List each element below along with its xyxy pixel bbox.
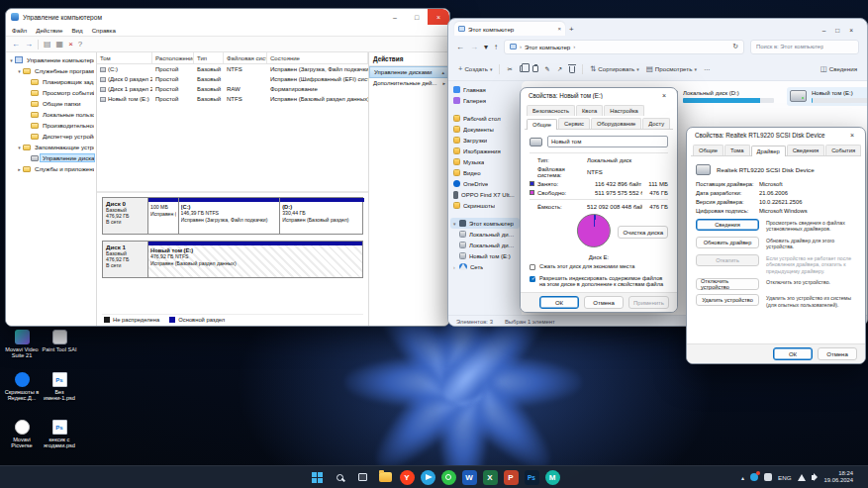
tab-general[interactable]: Общие — [693, 145, 723, 155]
menu-view[interactable]: Вид — [71, 27, 82, 34]
tree-item-shared-folders[interactable]: Общие папки — [6, 98, 96, 109]
rename-button[interactable]: ✎ — [545, 65, 550, 72]
ok-button[interactable]: ОК — [539, 296, 579, 309]
disk-1-header[interactable]: Диск 1 Базовый 476,92 ГБ В сети — [103, 242, 148, 277]
partition-d[interactable]: (D:) 330,44 ГБ Исправен (Базовый раздел) — [280, 198, 364, 234]
update-driver-button[interactable]: Обновить драйвер — [696, 237, 759, 248]
taskbar-powerpoint-button[interactable]: P — [504, 470, 519, 485]
desktop-icon-paint-tool-sai[interactable]: Paint Tool SAI — [42, 330, 77, 352]
breadcrumb-item[interactable]: Этот компьютер — [525, 44, 570, 50]
sidebar-item-downloads[interactable]: Загрузки — [450, 135, 520, 146]
cancel-button[interactable]: Отмена — [584, 296, 624, 309]
action-disk-management[interactable]: Управление дисками ▴ — [369, 66, 449, 78]
tree-item-system-tools[interactable]: ▾ Служебные программы — [6, 65, 96, 76]
desktop-icon-movavi-video-suite[interactable]: Movavi Video Suite 21 — [4, 330, 40, 359]
collapse-icon[interactable]: ▾ — [16, 145, 23, 150]
forward-icon[interactable]: → — [25, 41, 33, 49]
desktop-icon-yandex-screenshots[interactable]: Скриншоты в Яндекс.Д... — [4, 372, 40, 402]
collapse-icon[interactable]: ▴ — [441, 69, 444, 75]
close-button[interactable]: × — [842, 129, 862, 142]
tree-item-local-users[interactable]: Локальные пользователи и группы — [6, 109, 96, 120]
tab-general[interactable]: Общие — [527, 119, 557, 130]
close-button[interactable]: × — [428, 9, 449, 25]
volume-row[interactable]: (Диск 0 раздел 2) Простой Базовый Исправ… — [97, 74, 368, 84]
close-button[interactable]: × — [654, 89, 674, 102]
sidebar-item-home[interactable]: Главная — [450, 84, 520, 95]
search-input[interactable]: Поиск в: Этот компьютер — [750, 40, 859, 54]
tab-tools[interactable]: Сервис — [558, 118, 590, 129]
back-icon[interactable]: ← — [12, 41, 20, 49]
taskbar-word-button[interactable]: W — [462, 470, 477, 485]
cancel-button[interactable]: Отмена — [818, 347, 857, 360]
back-icon[interactable]: ← — [456, 43, 464, 51]
collapse-icon[interactable]: ▾ — [16, 68, 23, 74]
volume-row[interactable]: (C:) Простой Базовый NTFS Исправен (Загр… — [97, 64, 368, 74]
volume-icon[interactable] — [812, 475, 815, 480]
tree-item-services[interactable]: ▸ Службы и приложения — [6, 163, 96, 174]
minimize-button[interactable]: – — [822, 27, 826, 34]
title-bar[interactable]: Свойства: Новый том (E:) × — [521, 88, 677, 103]
column-type[interactable]: Тип — [194, 52, 224, 63]
disk-0-header[interactable]: Диск 0 Базовый 476,92 ГБ В сети — [103, 198, 148, 234]
tree-item-performance[interactable]: Производительность — [6, 120, 96, 131]
taskbar-explorer-button[interactable] — [377, 469, 394, 486]
delete-button[interactable] — [569, 64, 575, 73]
delete-icon[interactable]: × — [68, 41, 73, 49]
task-view-button[interactable] — [354, 469, 371, 486]
ok-button[interactable]: ОК — [773, 347, 813, 360]
disk-cleanup-button[interactable]: Очистка диска — [618, 226, 668, 239]
volume-label-input[interactable]: Новый том — [547, 136, 668, 147]
show-tree-icon[interactable]: ▤ — [44, 41, 51, 49]
tree-item-event-viewer[interactable]: Просмотр событий — [6, 87, 96, 98]
index-checkbox-row[interactable]: Разрешить индексировать содержимое файло… — [521, 272, 677, 291]
taskbar-search-button[interactable] — [332, 469, 348, 486]
maximize-button[interactable]: □ — [835, 27, 839, 34]
taskbar-whatsapp-button[interactable] — [441, 470, 456, 485]
chevron-right-icon[interactable]: › — [573, 44, 575, 49]
recent-locations-icon[interactable]: ▾ — [484, 43, 488, 51]
forward-icon[interactable]: → — [470, 43, 478, 51]
tab-sharing[interactable]: Досту — [642, 118, 670, 129]
roll-back-driver-button[interactable]: Откатить — [696, 254, 759, 266]
breadcrumb[interactable]: › Этот компьютер › ↻ — [504, 40, 744, 54]
taskbar-movavi-button[interactable]: M — [545, 470, 560, 485]
refresh-icon[interactable]: ↻ — [732, 43, 738, 50]
telegram-tray-icon[interactable] — [750, 473, 758, 481]
sidebar-item-videos[interactable]: Видео — [450, 167, 520, 178]
taskbar-excel-button[interactable]: X — [483, 470, 498, 485]
maximize-button[interactable]: □ — [406, 9, 428, 25]
tab-events[interactable]: События — [825, 145, 861, 155]
menu-file[interactable]: Файл — [12, 27, 27, 34]
drive-tile-e[interactable]: Новый том (E:) — [787, 87, 868, 106]
paste-button[interactable] — [532, 65, 538, 72]
taskbar-telegram-button[interactable] — [421, 470, 435, 485]
volume-row[interactable]: (Диск 1 раздел 2) Простой Базовый RAW Фо… — [97, 84, 368, 94]
menu-help[interactable]: Справка — [92, 27, 116, 34]
sidebar-item-network[interactable]: ›Сеть — [450, 261, 520, 272]
more-options-button[interactable]: ⋯ — [704, 65, 710, 72]
tree-item-computer-management[interactable]: ▾ Управление компьютером (локальным) — [6, 54, 96, 65]
sidebar-item-drive-d[interactable]: Локальный диск (D:) — [450, 240, 520, 250]
title-bar[interactable]: Свойства: Realtek RTL9220 SCSI Disk Devi… — [687, 128, 865, 143]
desktop-icon-psd-cupcake[interactable]: Ps кексик с ягодами.psd — [42, 420, 77, 449]
network-icon[interactable] — [798, 474, 806, 481]
partition-c[interactable]: (C:) 146,39 ГБ NTFS Исправен (Загрузка, … — [179, 198, 281, 234]
tab-volumes[interactable]: Тома — [724, 145, 750, 155]
tab-quota[interactable]: Квота — [576, 105, 603, 116]
driver-details-button[interactable]: Сведения — [696, 219, 759, 231]
minimize-button[interactable]: – — [384, 9, 406, 25]
tree-item-device-manager[interactable]: Диспетчер устройств — [6, 131, 96, 142]
partition-e[interactable]: Новый том (E:) 476,92 ГБ NTFS Исправен (… — [148, 242, 362, 277]
onedrive-tray-icon[interactable] — [764, 473, 772, 481]
expand-icon[interactable]: ▸ — [442, 80, 445, 86]
sidebar-item-this-pc[interactable]: ▾Этот компьютер — [450, 218, 520, 229]
tab-security[interactable]: Безопасность — [527, 105, 575, 116]
tab-customize[interactable]: Настройка — [604, 105, 644, 116]
language-indicator[interactable]: ENG — [778, 474, 791, 481]
cut-button[interactable]: ✂ — [507, 65, 512, 72]
sidebar-item-phone[interactable]: OPPO Find X7 Ult... — [450, 189, 520, 200]
sidebar-item-gallery[interactable]: Галерея — [450, 95, 520, 106]
up-icon[interactable]: ↑ — [494, 43, 498, 51]
column-filesystem[interactable]: Файловая система — [224, 52, 267, 63]
sidebar-item-music[interactable]: Музыка — [450, 156, 520, 167]
